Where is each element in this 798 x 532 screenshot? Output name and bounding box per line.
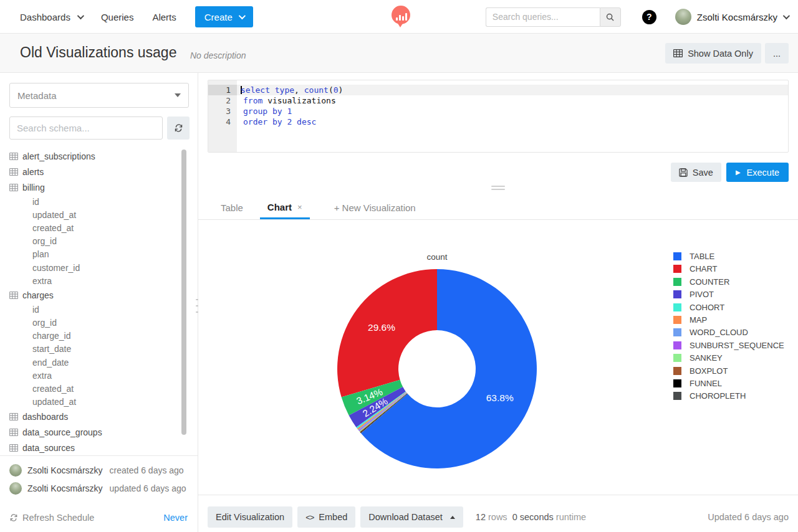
refresh-schedule[interactable]: Refresh Schedule Never	[9, 513, 188, 523]
page-header: Old Visualizations usage No description …	[0, 34, 798, 73]
created-row: Zsolti Kocsmárszky created 6 days ago	[9, 464, 188, 477]
legend-item[interactable]: COHORT	[673, 303, 784, 311]
tab-new-visualization[interactable]: + New Visualization	[333, 196, 417, 219]
query-description[interactable]: No description	[190, 50, 246, 60]
legend-item[interactable]: SANKEY	[673, 354, 784, 362]
pie-label: 63.8%	[486, 392, 514, 403]
schema-column[interactable]: extra	[9, 274, 189, 287]
schema-table[interactable]: alert_subscriptions	[9, 148, 189, 164]
schema-column[interactable]: customer_id	[9, 261, 189, 274]
results-footer: Edit Visualization <> Embed Download Dat…	[198, 502, 798, 532]
caret-up-icon	[450, 516, 455, 519]
schema-sidebar: Metadata alert_subscriptionsalertsbillin…	[0, 73, 198, 532]
edit-visualization-button[interactable]: Edit Visualization	[208, 506, 292, 528]
chevron-down-icon	[77, 12, 84, 19]
schema-table[interactable]: data_source_groups	[9, 424, 189, 440]
more-options-button[interactable]: ...	[765, 43, 789, 64]
close-icon[interactable]: ×	[297, 202, 302, 212]
legend-swatch	[673, 341, 681, 349]
schema-column[interactable]: plan	[9, 248, 189, 261]
caret-down-icon	[175, 93, 181, 97]
legend-label: CHART	[690, 264, 718, 273]
schema-column[interactable]: id	[9, 195, 189, 208]
query-editor[interactable]: 1234 select type, count(0)from visualiza…	[208, 80, 789, 153]
editor-code[interactable]: select type, count(0)from visualizations…	[237, 80, 788, 152]
legend-swatch	[673, 265, 681, 273]
legend-label: TABLE	[690, 252, 714, 261]
legend-item[interactable]: FUNNEL	[673, 379, 784, 387]
legend-label: BOXPLOT	[690, 366, 728, 376]
schema-column[interactable]: id	[9, 303, 189, 316]
legend-item[interactable]: MAP	[673, 316, 784, 324]
editor-gutter: 1234	[208, 80, 237, 152]
tab-table[interactable]: Table	[219, 196, 244, 219]
schema-column[interactable]: org_id	[9, 316, 189, 330]
legend-swatch	[673, 392, 681, 400]
schema-column[interactable]: org_id	[9, 235, 189, 248]
schema-table[interactable]: data_sources	[9, 440, 189, 455]
schema-scrollbar[interactable]	[181, 150, 186, 435]
schema-table[interactable]: alerts	[9, 164, 189, 179]
embed-icon: <>	[305, 513, 314, 522]
legend-item[interactable]: CHOROPLETH	[673, 392, 784, 400]
search-button[interactable]	[600, 7, 621, 27]
tab-chart[interactable]: Chart ×	[260, 196, 310, 219]
redash-logo[interactable]	[390, 6, 411, 27]
donut-svg[interactable]: 63.8%29.6%3.14%2.24%	[208, 224, 669, 495]
legend-item[interactable]: TABLE	[673, 252, 784, 260]
schema-column[interactable]: start_date	[9, 343, 189, 356]
schema-table[interactable]: charges	[9, 287, 189, 303]
user-menu[interactable]: Zsolti Kocsmárszky	[675, 9, 788, 25]
legend-label: SANKEY	[690, 353, 723, 363]
legend-swatch	[673, 367, 681, 375]
save-icon	[679, 168, 688, 177]
legend-label: FUNNEL	[690, 379, 722, 388]
create-button[interactable]: Create	[195, 6, 253, 27]
embed-button[interactable]: <> Embed	[297, 506, 355, 528]
avatar	[675, 9, 691, 25]
avatar	[9, 482, 22, 495]
nav-dashboards[interactable]: Dashboards	[20, 12, 82, 22]
nav-queries[interactable]: Queries	[101, 12, 134, 22]
chevron-down-icon	[783, 12, 790, 19]
table-icon	[9, 168, 18, 176]
schema-table[interactable]: billing	[9, 179, 189, 195]
data-source-select[interactable]: Metadata	[9, 83, 189, 108]
logo-tail	[397, 22, 403, 27]
legend-item[interactable]: COUNTER	[673, 278, 784, 286]
show-data-only-button[interactable]: Show Data Only	[665, 43, 761, 64]
legend-item[interactable]: BOXPLOT	[673, 367, 784, 375]
editor-resize-handle[interactable]	[491, 186, 505, 190]
legend-item[interactable]: PIVOT	[673, 290, 784, 298]
nav-alerts[interactable]: Alerts	[152, 12, 176, 22]
table-icon	[9, 153, 18, 160]
schema-refresh-button[interactable]	[167, 116, 190, 140]
refresh-schedule-value[interactable]: Never	[163, 513, 188, 523]
updater-name: Zsolti Kocsmárszky	[27, 483, 103, 493]
schema-search-input[interactable]	[9, 116, 163, 140]
table-icon	[9, 429, 18, 436]
save-button[interactable]: Save	[671, 163, 721, 182]
download-dataset-button[interactable]: Download Dataset	[360, 506, 463, 528]
legend-swatch	[673, 303, 681, 311]
schema-column[interactable]: created_at	[9, 221, 189, 234]
search-queries-input[interactable]	[486, 7, 600, 27]
user-name: Zsolti Kocsmárszky	[697, 12, 777, 22]
schema-table[interactable]: dashboards	[9, 409, 189, 424]
legend-item[interactable]: CHART	[673, 265, 784, 273]
execute-button[interactable]: ▶ Execute	[726, 163, 789, 182]
schema-column[interactable]: extra	[9, 369, 189, 382]
legend-item[interactable]: WORD_CLOUD	[673, 328, 784, 336]
schema-column[interactable]: charge_id	[9, 330, 189, 343]
schema-column[interactable]: end_date	[9, 356, 189, 369]
schema-column[interactable]: updated_at	[9, 208, 189, 221]
help-icon[interactable]: ?	[642, 10, 656, 24]
query-meta: Zsolti Kocsmárszky created 6 days ago Zs…	[0, 455, 198, 532]
schema-column[interactable]: updated_at	[9, 396, 189, 409]
legend-item[interactable]: SUNBURST_SEQUENCE	[673, 341, 784, 349]
schema-list: alert_subscriptionsalertsbillingidupdate…	[0, 148, 189, 455]
table-icon	[9, 444, 18, 452]
table-icon	[9, 184, 18, 191]
pie-slice-CHART[interactable]	[337, 269, 437, 397]
schema-column[interactable]: created_at	[9, 382, 189, 395]
